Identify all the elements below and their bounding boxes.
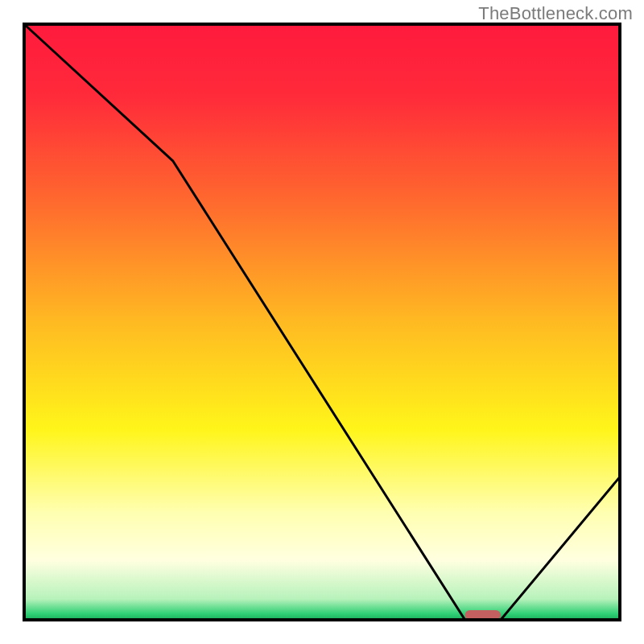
chart-container: { "watermark": "TheBottleneck.com", "cha…	[0, 0, 644, 644]
plot-background	[24, 24, 620, 620]
watermark-text: TheBottleneck.com	[478, 3, 633, 24]
bottleneck-chart	[0, 0, 644, 644]
